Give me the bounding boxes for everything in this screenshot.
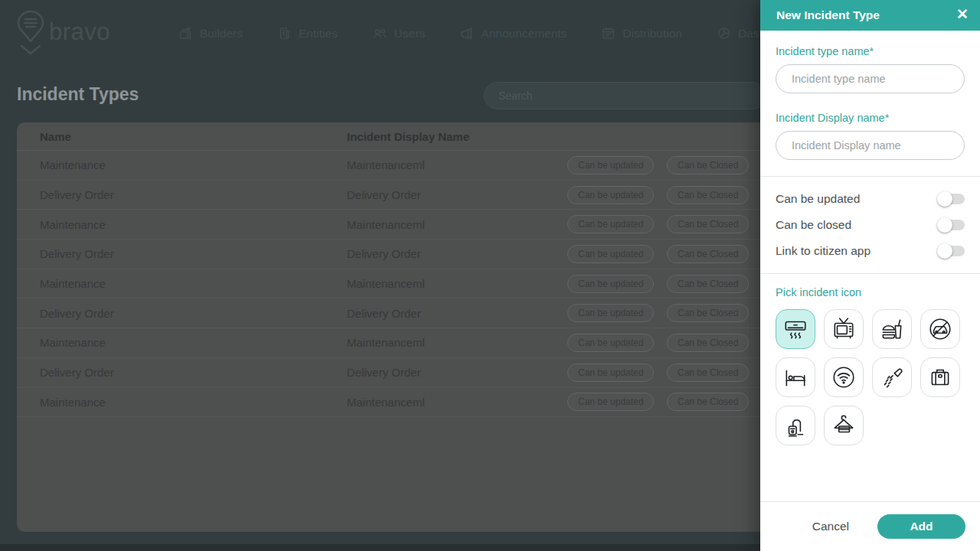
toggle-knob bbox=[937, 217, 952, 233]
toggle-row-can-be-updated: Can be updated bbox=[776, 186, 965, 212]
cell-display-name: Maintenanceml bbox=[347, 158, 425, 171]
toggle-knob bbox=[937, 243, 952, 259]
badge-can-be-closed: Can be Closed bbox=[667, 245, 749, 263]
vacuum-cleaner-icon bbox=[782, 412, 808, 439]
toggle-knob bbox=[937, 191, 952, 207]
badge-can-be-updated: Can be updated bbox=[567, 275, 654, 293]
icon-tile-no-car[interactable] bbox=[920, 309, 960, 349]
drawer-header: New Incident Type ✕ bbox=[760, 0, 980, 31]
badge-can-be-closed: Can be Closed bbox=[667, 364, 749, 382]
badge-can-be-closed: Can be Closed bbox=[667, 275, 749, 293]
air-conditioner-icon bbox=[782, 316, 808, 342]
badge-can-be-closed: Can be Closed bbox=[667, 304, 749, 322]
cell-display-name: Maintenanceml bbox=[347, 277, 425, 290]
no-car-icon bbox=[927, 316, 953, 342]
suitcase-icon bbox=[927, 364, 953, 390]
cell-display-name: Maintenanceml bbox=[347, 396, 425, 409]
badge-can-be-closed: Can be Closed bbox=[667, 186, 749, 204]
cell-name: Delivery Order bbox=[17, 307, 347, 320]
fast-food-icon bbox=[879, 316, 905, 342]
incident-display-name-label: Incident Display name* bbox=[776, 112, 965, 124]
toggle-row-can-be-closed: Can be closed bbox=[776, 212, 965, 238]
column-header-display-name: Incident Display Name bbox=[347, 130, 469, 143]
badge-can-be-closed: Can be Closed bbox=[667, 215, 749, 233]
bravo-logo-icon bbox=[14, 9, 47, 61]
incident-icon-grid bbox=[776, 309, 965, 445]
badge-can-be-closed: Can be Closed bbox=[667, 334, 749, 352]
badge-can-be-updated: Can be updated bbox=[567, 393, 654, 411]
nav-item-label: Entities bbox=[299, 27, 338, 41]
badge-can-be-updated: Can be updated bbox=[567, 304, 654, 322]
badge-can-be-closed: Can be Closed bbox=[667, 393, 749, 411]
nav-item-label: Users bbox=[394, 27, 425, 41]
cell-display-name: Delivery Order bbox=[347, 247, 421, 260]
users-icon bbox=[372, 26, 387, 41]
cell-name: Delivery Order bbox=[17, 247, 347, 260]
icon-tile-tv[interactable] bbox=[824, 309, 864, 349]
toggle-label: Can be updated bbox=[776, 192, 860, 206]
cell-name: Maintenance bbox=[17, 218, 347, 231]
builders-icon bbox=[178, 26, 193, 41]
cell-display-name: Maintenanceml bbox=[347, 218, 425, 231]
top-nav: Builders Entities Users Announcements Di… bbox=[178, 26, 796, 41]
distribution-icon bbox=[601, 26, 616, 41]
incident-type-name-input[interactable] bbox=[776, 64, 965, 93]
icon-tile-air-conditioner[interactable] bbox=[776, 309, 815, 349]
toggle-label: Link to citizen app bbox=[776, 244, 871, 258]
badge-can-be-closed: Can be Closed bbox=[667, 156, 749, 174]
cell-name: Maintenance bbox=[17, 336, 347, 349]
nav-item-label: Builders bbox=[200, 27, 243, 41]
clothes-hanger-icon bbox=[831, 412, 857, 439]
search-input[interactable] bbox=[484, 82, 766, 109]
cell-display-name: Delivery Order bbox=[347, 307, 421, 320]
pick-incident-icon-label: Pick incident icon bbox=[776, 286, 965, 298]
toggle-label: Can be closed bbox=[776, 218, 851, 232]
nav-item-announcements[interactable]: Announcements bbox=[459, 26, 567, 41]
bed-icon bbox=[782, 364, 808, 390]
brand-name: bravo bbox=[49, 18, 110, 46]
incident-type-name-label: Incident type name* bbox=[776, 45, 965, 57]
cell-name: Delivery Order bbox=[17, 188, 347, 201]
cell-name: Delivery Order bbox=[17, 366, 347, 379]
incident-display-name-input[interactable] bbox=[776, 131, 965, 160]
cell-display-name: Delivery Order bbox=[347, 366, 421, 379]
entities-icon bbox=[277, 26, 292, 41]
cancel-button[interactable]: Cancel bbox=[812, 520, 849, 533]
icon-tile-fast-food[interactable] bbox=[872, 309, 912, 349]
icon-tile-shower[interactable] bbox=[872, 357, 912, 397]
nav-item-builders[interactable]: Builders bbox=[178, 26, 243, 41]
nav-item-entities[interactable]: Entities bbox=[277, 26, 338, 41]
badge-can-be-updated: Can be updated bbox=[567, 334, 654, 352]
icon-tile-wifi[interactable] bbox=[824, 357, 864, 397]
nav-item-label: Distribution bbox=[622, 27, 682, 41]
nav-item-users[interactable]: Users bbox=[372, 26, 425, 41]
badge-can-be-updated: Can be updated bbox=[567, 156, 654, 174]
can-be-closed-toggle[interactable] bbox=[939, 220, 965, 230]
icon-tile-clothes-hanger[interactable] bbox=[824, 406, 864, 445]
column-header-name: Name bbox=[17, 130, 347, 143]
cell-name: Maintenance bbox=[17, 158, 347, 171]
drawer-title: New Incident Type bbox=[760, 8, 880, 22]
announcements-icon bbox=[459, 26, 474, 41]
add-button[interactable]: Add bbox=[877, 514, 965, 539]
link-to-citizen-app-toggle[interactable] bbox=[939, 246, 965, 256]
dashboard-icon bbox=[717, 26, 731, 41]
drawer-footer: Cancel Add bbox=[760, 501, 980, 551]
can-be-updated-toggle[interactable] bbox=[939, 194, 965, 204]
toggle-row-link-to-citizen-app: Link to citizen app bbox=[776, 238, 965, 264]
divider bbox=[760, 273, 980, 274]
cell-name: Maintenance bbox=[17, 277, 347, 290]
tv-icon bbox=[831, 316, 857, 342]
icon-tile-vacuum-cleaner[interactable] bbox=[776, 406, 815, 445]
cell-name: Maintenance bbox=[17, 396, 347, 409]
badge-can-be-updated: Can be updated bbox=[567, 245, 654, 263]
close-icon[interactable]: ✕ bbox=[956, 6, 969, 23]
cell-display-name: Maintenanceml bbox=[347, 336, 425, 349]
icon-tile-bed[interactable] bbox=[776, 357, 815, 397]
nav-item-label: Announcements bbox=[481, 27, 567, 41]
nav-item-distribution[interactable]: Distribution bbox=[601, 26, 682, 41]
wifi-icon bbox=[831, 364, 857, 390]
icon-tile-suitcase[interactable] bbox=[920, 357, 960, 397]
page-title: Incident Types bbox=[17, 84, 139, 105]
shower-icon bbox=[879, 364, 905, 390]
